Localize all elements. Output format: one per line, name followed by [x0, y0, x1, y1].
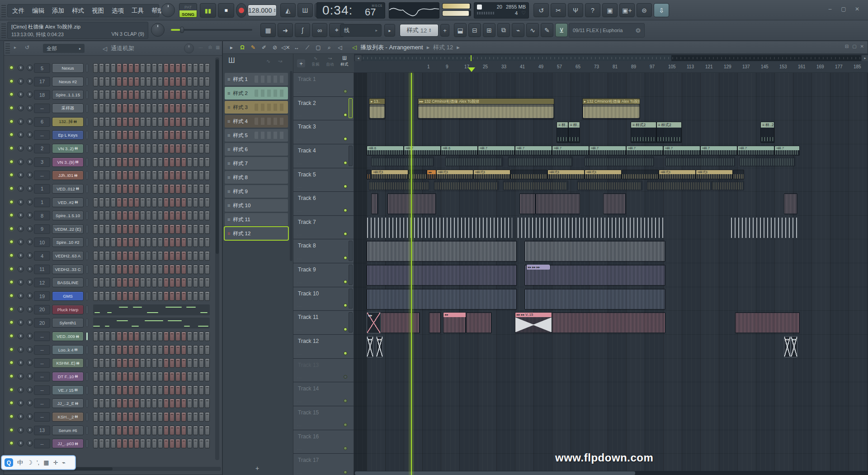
track-led[interactable] [344, 399, 347, 403]
channel-target-display[interactable]: -- [34, 372, 50, 381]
channel-pan-knob[interactable] [18, 347, 24, 353]
channel-button[interactable]: VEDH2..33 C [52, 265, 84, 274]
channel-pan-knob[interactable] [18, 65, 24, 71]
step-cell[interactable] [187, 130, 192, 140]
step-cell[interactable] [93, 144, 98, 153]
channel-target-display[interactable]: -- [34, 399, 50, 408]
step-cell[interactable] [193, 171, 198, 180]
step-cell[interactable] [187, 144, 192, 153]
track-start-clip[interactable] [349, 312, 353, 332]
pattern-clip[interactable]: ≡样式3 [547, 170, 585, 180]
step-cell[interactable] [140, 211, 145, 220]
pattern-clip[interactable] [647, 180, 712, 190]
step-cell[interactable] [146, 385, 151, 395]
step-cell[interactable] [111, 157, 116, 167]
step-cell[interactable] [123, 238, 127, 247]
step-cell[interactable] [117, 104, 122, 113]
channel-volume-knob[interactable] [27, 65, 33, 71]
channel-volume-knob[interactable] [27, 199, 33, 205]
crossfade-clip[interactable]: ▸▸ [367, 312, 381, 333]
step-cell[interactable] [146, 426, 151, 435]
step-cell[interactable] [193, 412, 198, 422]
pattern-clip[interactable] [367, 289, 517, 310]
step-cell[interactable] [158, 345, 163, 355]
step-cell[interactable] [99, 251, 104, 261]
step-cell[interactable] [181, 157, 186, 167]
step-cell[interactable] [175, 90, 180, 100]
step-cell[interactable] [128, 144, 133, 153]
step-cell[interactable] [140, 345, 145, 355]
step-cell[interactable] [146, 171, 151, 180]
channel-volume-knob[interactable] [27, 333, 33, 339]
audio-clip-fade[interactable]: ▸▸ ▸▸ V..15 [515, 312, 552, 333]
pattern-item[interactable]: ≡样式 5 [225, 129, 288, 142]
save-new-version-icon[interactable]: ▣+ [619, 3, 635, 17]
track-options-icon[interactable]: ··· [297, 352, 302, 356]
step-cell[interactable] [205, 63, 210, 73]
step-cell[interactable] [187, 198, 192, 207]
channel-piano-preview[interactable] [93, 318, 210, 328]
step-cell[interactable] [117, 184, 122, 194]
channel-pan-knob[interactable] [18, 279, 24, 285]
step-cell[interactable] [128, 238, 133, 247]
step-cell[interactable] [170, 77, 175, 86]
step-cell[interactable] [164, 358, 169, 368]
step-cell[interactable] [123, 198, 127, 207]
step-cell[interactable] [93, 130, 98, 140]
step-cell[interactable] [170, 224, 175, 234]
step-cell[interactable] [99, 412, 104, 422]
pattern-item[interactable]: ≡样式 10 [225, 199, 288, 212]
step-cell[interactable] [199, 358, 204, 368]
step-cell[interactable] [205, 278, 210, 287]
channel-button[interactable]: JJ_..2_E⧫⧫ [52, 399, 84, 408]
piano-icon[interactable]: Ш [228, 57, 235, 65]
step-cell[interactable] [105, 238, 110, 247]
step-cell[interactable] [199, 104, 204, 113]
maximize-button[interactable]: ▢ [839, 6, 848, 12]
step-cell[interactable] [199, 278, 204, 287]
step-cell[interactable] [199, 412, 204, 422]
step-cell[interactable] [164, 198, 169, 207]
step-cell[interactable] [117, 358, 122, 368]
step-cell[interactable] [181, 90, 186, 100]
step-cell[interactable] [123, 130, 127, 140]
channel-led[interactable] [9, 280, 14, 284]
step-cell[interactable] [170, 63, 175, 73]
step-cell[interactable] [111, 77, 116, 86]
step-cell[interactable] [123, 385, 127, 395]
step-cell[interactable] [111, 224, 116, 234]
step-cell[interactable] [164, 345, 169, 355]
step-cell[interactable] [117, 238, 122, 247]
channel-rack-toggle-icon[interactable]: ▦ [260, 23, 276, 37]
step-cell[interactable] [187, 90, 192, 100]
channel-target-display[interactable]: 13 [34, 426, 50, 435]
scrollbar-handle[interactable] [74, 467, 113, 470]
step-cell[interactable] [187, 291, 192, 301]
channel-pan-knob[interactable] [18, 185, 24, 192]
step-cell[interactable] [93, 399, 98, 408]
metronome-icon[interactable]: ◭ [280, 3, 296, 17]
step-cell[interactable] [164, 426, 169, 435]
channel-pan-knob[interactable] [18, 400, 24, 406]
channel-volume-knob[interactable] [27, 293, 33, 299]
track-led[interactable] [344, 328, 347, 331]
step-cell[interactable] [117, 345, 122, 355]
step-cell[interactable] [152, 157, 157, 167]
step-cell[interactable] [111, 412, 116, 422]
step-cell[interactable] [123, 291, 127, 301]
step-cell[interactable] [187, 117, 192, 127]
cut-icon[interactable]: ✂ [551, 3, 566, 17]
step-cell[interactable] [181, 251, 186, 261]
channel-volume-knob[interactable] [27, 252, 33, 259]
cpu-memory-panel[interactable]: 20 2855 MB 4 ♡ [474, 2, 529, 19]
step-cell[interactable] [187, 399, 192, 408]
step-cell[interactable] [187, 224, 192, 234]
channel-target-display[interactable]: 2 [34, 144, 50, 153]
step-cell[interactable] [181, 104, 186, 113]
step-cell[interactable] [205, 345, 210, 355]
step-cell[interactable] [164, 157, 169, 167]
step-cell[interactable] [146, 439, 151, 448]
step-cell[interactable] [187, 77, 192, 86]
step-cell[interactable] [205, 426, 210, 435]
add-pattern-button[interactable]: + [252, 465, 263, 473]
